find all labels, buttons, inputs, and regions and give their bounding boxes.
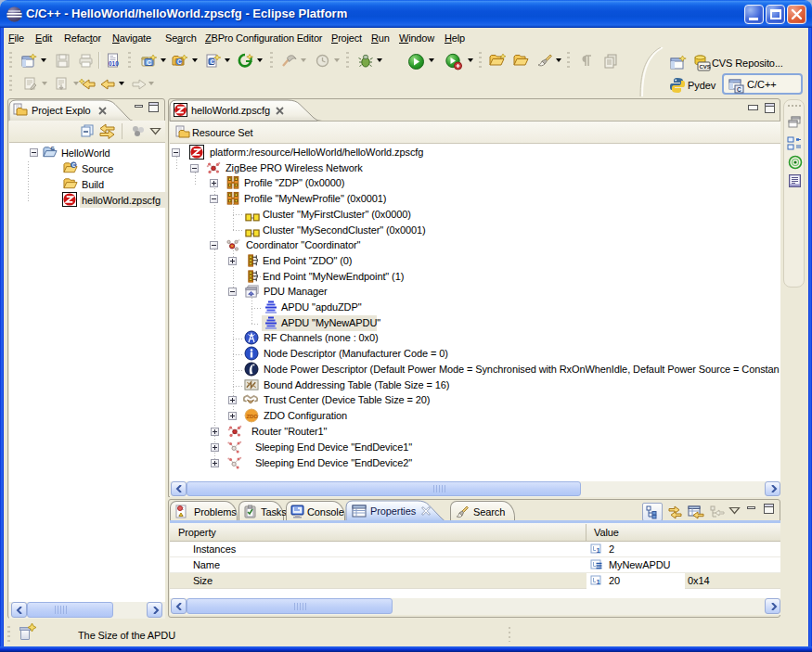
svg-text:C: C — [72, 162, 76, 168]
svg-text:1: 1 — [597, 546, 600, 555]
svg-text:C: C — [50, 146, 54, 151]
svg-text:010: 010 — [109, 60, 119, 67]
svg-text:CVS: CVS — [700, 64, 711, 70]
svg-text:C: C — [737, 86, 741, 93]
svg-text:C: C — [211, 58, 215, 65]
svg-text:C: C — [177, 58, 182, 65]
svg-text:1: 1 — [597, 578, 600, 586]
svg-text:C: C — [147, 59, 151, 66]
